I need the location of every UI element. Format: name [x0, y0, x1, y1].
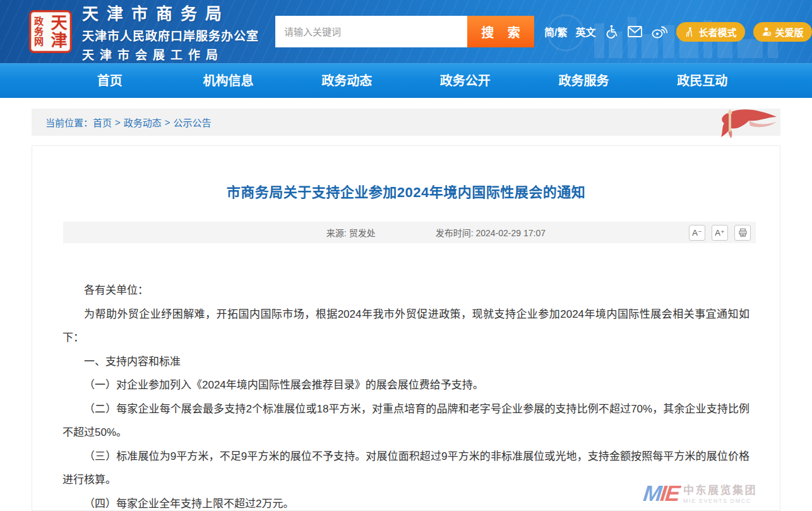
header-tools: 简/繁 英文: [544, 22, 812, 42]
nav-item-gov-services[interactable]: 政务服务: [525, 64, 643, 98]
font-increase-button[interactable]: A⁺: [712, 225, 728, 241]
main-nav: 首页 机构信息 政务动态 政务公开 政务服务 政民互动: [0, 63, 812, 98]
site-header: 政务网 天津 天津市商务局 天津市人民政府口岸服务办公室 天津市会展工作局 搜 …: [0, 0, 812, 63]
article-publish-time: 发布时间: 2024-02-29 17:07: [436, 226, 546, 239]
care-version-label: 关爱版: [775, 25, 804, 39]
site-title-port-office: 天津市人民政府口岸服务办公室: [82, 27, 259, 44]
site-title-exhibition-bureau: 天津市会展工作局: [82, 45, 259, 63]
watermark-cn-text: 中东展览集团: [683, 481, 757, 497]
nav-item-public-interaction[interactable]: 政民互动: [643, 64, 761, 98]
paragraph: 为帮助外贸企业纾困解难，开拓国内国际市场，根据2024年我市外贸促进政策，现就支…: [63, 303, 749, 350]
seal-text-left: 政务网: [32, 16, 45, 47]
publish-time-value: 2024-02-29 17:07: [475, 228, 546, 238]
paragraph: （一）对企业参加列入《2024年境内国际性展会推荐目录》的展会展位费给予支持。: [63, 373, 749, 397]
article-card: 市商务局关于支持企业参加2024年境内国际性展会的通知 来源: 贸发处 发布时间…: [32, 145, 780, 511]
seal-text-right: 天津: [46, 14, 69, 49]
simplified-traditional-toggle[interactable]: 简/繁: [544, 24, 567, 39]
elder-mode-label: 长者模式: [698, 25, 736, 39]
elder-mode-button[interactable]: 长者模式: [676, 22, 744, 42]
breadcrumb-label: 当前位置：: [45, 116, 93, 129]
site-titles: 天津市商务局 天津市人民政府口岸服务办公室 天津市会展工作局: [82, 1, 259, 63]
breadcrumb-separator: >: [115, 117, 121, 128]
watermark-en-text: MIE EVENTS DMCC: [683, 498, 757, 504]
weibo-icon[interactable]: [651, 24, 668, 39]
search-bar: 搜 索: [275, 16, 534, 47]
source-value: 贸发处: [349, 228, 376, 238]
english-link[interactable]: 英文: [575, 24, 595, 39]
nav-item-gov-disclosure[interactable]: 政务公开: [406, 64, 525, 98]
article-title: 市商务局关于支持企业参加2024年境内国际性展会的通知: [32, 181, 780, 201]
elder-person-icon: [684, 27, 695, 37]
care-version-button[interactable]: 关爱版: [753, 22, 812, 42]
site-seal-logo[interactable]: 政务网 天津: [29, 10, 72, 53]
article-meta-bar: 来源: 贸发处 发布时间: 2024-02-29 17:07 A⁻ A⁺: [63, 222, 756, 243]
breadcrumb-link-gov-news[interactable]: 政务动态: [124, 116, 162, 129]
breadcrumb-separator: >: [165, 117, 170, 128]
article-source: 来源: 贸发处: [326, 226, 376, 239]
page: 政务网 天津 天津市商务局 天津市人民政府口岸服务办公室 天津市会展工作局 搜 …: [0, 0, 812, 511]
mie-watermark: MIE 中东展览集团 MIE EVENTS DMCC: [643, 481, 757, 504]
breadcrumb-link-announcements[interactable]: 公示公告: [174, 116, 212, 129]
breadcrumb-link-home[interactable]: 首页: [93, 116, 112, 129]
paragraph: 一、支持内容和标准: [63, 350, 749, 374]
printer-icon: [738, 228, 748, 237]
nav-item-home[interactable]: 首页: [51, 64, 169, 98]
paragraph: 各有关单位：: [63, 279, 749, 303]
nav-item-org-info[interactable]: 机构信息: [169, 64, 288, 98]
article-body: 各有关单位： 为帮助外贸企业纾困解难，开拓国内国际市场，根据2024年我市外贸促…: [63, 279, 749, 511]
article-toolbar: A⁻ A⁺: [689, 225, 751, 241]
nav-item-gov-news[interactable]: 政务动态: [287, 64, 406, 98]
care-person-icon: [761, 27, 772, 37]
search-input[interactable]: [275, 16, 467, 47]
mie-logo: MIE: [642, 482, 680, 504]
source-label: 来源:: [326, 228, 347, 238]
red-ribbon-decoration: [713, 107, 779, 139]
site-title-commerce-bureau: 天津市商务局: [82, 1, 259, 24]
print-button[interactable]: [734, 225, 751, 241]
paragraph: （二）每家企业每个展会最多支持2个标准展位或18平方米，对重点培育的品牌和老字号…: [63, 397, 749, 445]
font-decrease-button[interactable]: A⁻: [689, 225, 705, 241]
accessibility-wheelchair-icon[interactable]: [604, 24, 619, 39]
breadcrumb: 当前位置： 首页 > 政务动态 > 公示公告: [32, 109, 780, 136]
publish-time-label: 发布时间:: [436, 228, 474, 238]
search-button[interactable]: 搜 索: [467, 16, 534, 47]
mail-icon[interactable]: [627, 25, 643, 38]
